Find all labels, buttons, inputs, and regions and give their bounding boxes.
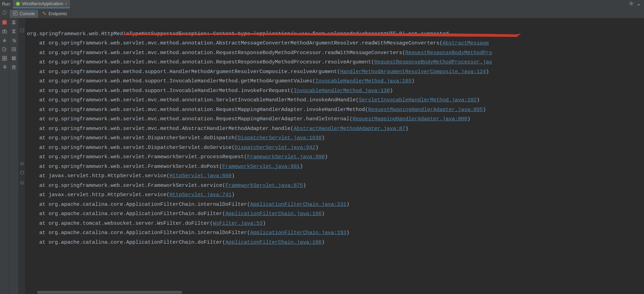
pin-icon[interactable] <box>2 64 7 70</box>
svg-line-23 <box>6 40 6 40</box>
svg-line-6 <box>630 2 630 2</box>
svg-point-26 <box>4 39 5 40</box>
source-link[interactable]: RequestMappingHandlerAdapter.java:895 <box>368 107 483 113</box>
close-tab-icon[interactable]: × <box>65 2 67 6</box>
svg-marker-37 <box>13 49 14 50</box>
run-tab-label: WindfarmApplication <box>22 1 63 6</box>
svg-marker-13 <box>14 12 16 14</box>
svg-rect-31 <box>5 59 7 60</box>
svg-line-24 <box>3 41 3 41</box>
tab-console[interactable]: Console <box>10 10 39 18</box>
console-output[interactable]: org.springframework.web.HttpMediaTypeNot… <box>25 18 644 294</box>
soft-wrap-icon[interactable] <box>11 38 17 43</box>
rerun-icon[interactable] <box>2 10 7 16</box>
svg-rect-42 <box>12 66 15 69</box>
spring-boot-icon <box>16 1 20 6</box>
source-link[interactable]: DispatcherServlet.java:942 <box>235 145 315 151</box>
svg-line-7 <box>632 4 633 5</box>
run-actions-gutter <box>0 18 9 294</box>
svg-rect-28 <box>2 56 4 58</box>
gear-icon[interactable] <box>629 1 634 7</box>
source-link[interactable]: InvocableHandlerMethod.java:165 <box>315 78 411 84</box>
run-label: Run: <box>2 2 13 7</box>
source-link[interactable]: InvocableHandlerMethod.java:138 <box>294 88 390 94</box>
minimize-icon[interactable] <box>636 1 641 7</box>
shield-marker-icon[interactable] <box>20 170 24 175</box>
source-link[interactable]: ApplicationFilterChain.java:166 <box>225 240 321 245</box>
source-link[interactable]: WsFilter.java:53 <box>213 221 263 226</box>
svg-rect-18 <box>2 30 7 33</box>
svg-point-19 <box>4 31 5 32</box>
svg-marker-34 <box>12 30 15 32</box>
source-link[interactable]: AbstractMessage <box>442 40 489 46</box>
source-link[interactable]: FrameworkServlet.java:875 <box>225 183 303 189</box>
source-link[interactable]: FrameworkServlet.java:901 <box>222 164 300 170</box>
layout-icon[interactable] <box>2 55 7 61</box>
collapse-fold-icon[interactable] <box>20 28 24 33</box>
source-link[interactable]: HttpServlet.java:741 <box>170 192 232 198</box>
source-link[interactable]: ApplicationFilterChain.java:166 <box>225 211 321 217</box>
camera-icon[interactable] <box>2 29 7 34</box>
source-link[interactable]: RequestMappingHandlerAdapter.java:800 <box>352 116 467 122</box>
home-marker-icon[interactable] <box>20 180 24 185</box>
console-main: org.springframework.web.HttpMediaTypeNot… <box>0 18 644 294</box>
source-link[interactable]: ServletInvocableHandlerMethod.java:102 <box>359 97 477 103</box>
svg-marker-49 <box>20 162 24 165</box>
svg-rect-20 <box>4 30 5 30</box>
svg-line-22 <box>3 40 3 40</box>
svg-rect-10 <box>637 4 640 5</box>
svg-line-8 <box>630 4 630 5</box>
source-link[interactable]: AbstractHandlerMethodAdapter.java:87 <box>294 126 405 132</box>
svg-line-9 <box>632 2 633 2</box>
endpoints-icon <box>42 11 47 17</box>
svg-point-1 <box>631 3 632 4</box>
svg-rect-30 <box>2 59 4 60</box>
console-icon <box>13 11 18 17</box>
editor-marker-gutter <box>19 18 25 294</box>
trash-icon[interactable] <box>11 64 17 70</box>
scroll-to-end-icon[interactable] <box>11 47 17 52</box>
source-link[interactable]: RequestResponseBodyMethodProcessor.jav <box>374 59 492 65</box>
print-icon[interactable] <box>11 55 17 61</box>
source-link[interactable]: FrameworkServlet.java:998 <box>247 154 325 160</box>
source-link[interactable]: ApplicationFilterChain.java:193 <box>250 230 346 236</box>
svg-line-16 <box>44 13 45 14</box>
stack-trace-text[interactable]: org.springframework.web.HttpMediaTypeNot… <box>27 20 644 247</box>
svg-rect-29 <box>5 56 7 58</box>
svg-point-0 <box>16 2 20 6</box>
source-link[interactable]: DispatcherServlet.java:1038 <box>238 135 321 141</box>
stop-icon[interactable] <box>2 20 7 25</box>
scroll-down-icon[interactable] <box>11 29 17 34</box>
bug-icon[interactable] <box>2 38 7 43</box>
console-subtabs-row: Console Endpoints <box>0 8 644 18</box>
tab-endpoints[interactable]: Endpoints <box>39 10 71 18</box>
run-toolwindow-header: Run: WindfarmApplication × <box>0 0 644 8</box>
svg-rect-17 <box>2 20 7 24</box>
svg-line-25 <box>6 41 6 41</box>
tab-console-label: Console <box>20 11 35 16</box>
run-tab-windfarm[interactable]: WindfarmApplication × <box>13 0 70 8</box>
svg-rect-27 <box>3 48 5 51</box>
svg-marker-33 <box>12 22 15 24</box>
scroll-up-icon[interactable] <box>11 20 17 25</box>
console-actions-gutter <box>9 18 19 294</box>
horizontal-scrollbar[interactable] <box>37 291 644 294</box>
source-link[interactable]: RequestResponseBodyMethodPro <box>405 50 492 56</box>
exit-icon[interactable] <box>2 47 7 52</box>
source-link[interactable]: HandlerMethodArgumentResolverComposite.j… <box>340 69 486 75</box>
source-link[interactable]: ApplicationFilterChain.java:231 <box>250 202 346 207</box>
home-marker-icon[interactable] <box>20 161 24 165</box>
tab-endpoints-label: Endpoints <box>49 11 67 16</box>
svg-marker-50 <box>20 181 24 184</box>
scrollbar-thumb[interactable] <box>37 291 182 294</box>
source-link[interactable]: HttpServlet.java:660 <box>170 173 232 179</box>
